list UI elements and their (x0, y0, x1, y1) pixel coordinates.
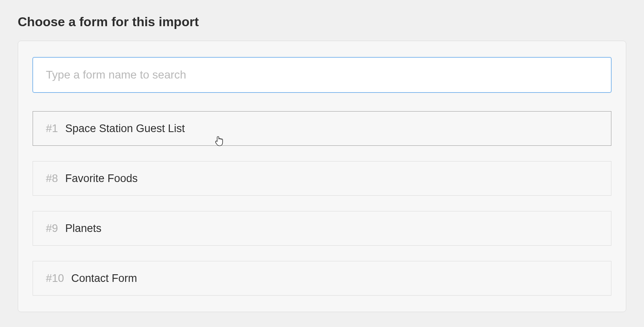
form-item[interactable]: #1 Space Station Guest List (33, 111, 611, 146)
form-name: Space Station Guest List (65, 122, 185, 135)
form-id: #1 (46, 122, 58, 135)
form-id: #10 (46, 272, 64, 285)
form-item[interactable]: #8 Favorite Foods (33, 161, 611, 196)
form-list: #1 Space Station Guest List #8 Favorite … (33, 111, 611, 296)
form-name: Contact Form (71, 272, 137, 285)
form-item[interactable]: #9 Planets (33, 211, 611, 246)
page-title: Choose a form for this import (18, 14, 626, 29)
form-id: #8 (46, 172, 58, 185)
form-item[interactable]: #10 Contact Form (33, 261, 611, 296)
form-name: Planets (65, 222, 101, 235)
form-picker-panel: #1 Space Station Guest List #8 Favorite … (18, 41, 626, 312)
form-name: Favorite Foods (65, 172, 138, 185)
form-id: #9 (46, 222, 58, 235)
pointer-cursor-icon (215, 136, 225, 147)
search-input[interactable] (33, 57, 611, 93)
